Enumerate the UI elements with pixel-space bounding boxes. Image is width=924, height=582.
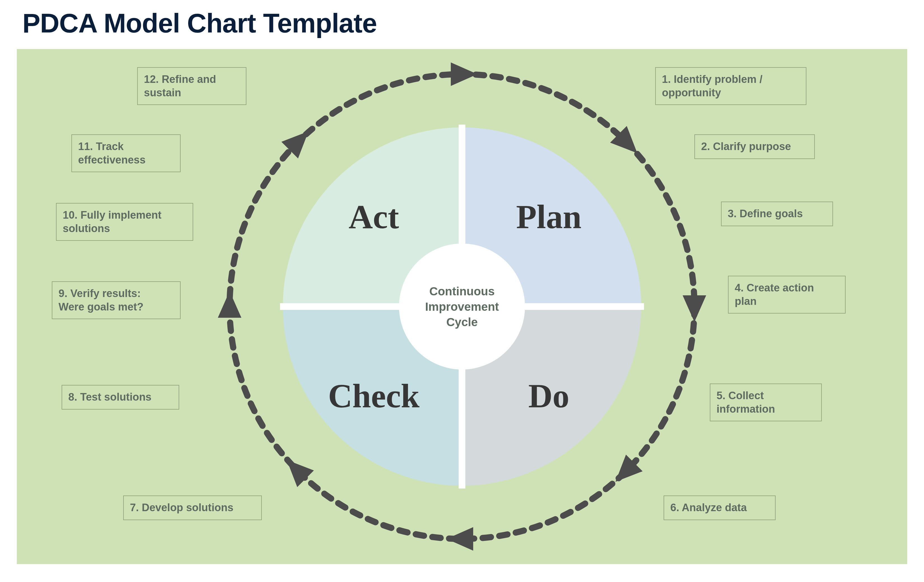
step-4: 4. Create action plan — [728, 276, 846, 313]
diagram-panel: Plan Do Check Act Continuous Improvement… — [17, 49, 907, 564]
hub-line-2: Improvement — [425, 300, 499, 313]
label-act: Act — [348, 198, 399, 236]
hub-line-3: Cycle — [446, 315, 478, 329]
svg-marker-2 — [683, 295, 706, 322]
step-12: 12. Refine and sustain — [137, 67, 246, 105]
step-10: 10. Fully implement solutions — [56, 203, 193, 241]
label-plan: Plan — [516, 198, 581, 236]
step-5: 5. Collect information — [710, 384, 822, 421]
step-11: 11. Track effectiveness — [71, 134, 181, 172]
label-do: Do — [528, 378, 569, 415]
arrowhead-icon — [683, 295, 706, 322]
step-7: 7. Develop solutions — [123, 496, 262, 520]
svg-marker-4 — [447, 527, 473, 551]
step-9: 9. Verify results: Were goals met? — [52, 281, 181, 319]
arrowhead-icon — [447, 527, 473, 551]
step-3: 3. Define goals — [721, 201, 833, 226]
svg-marker-0 — [451, 63, 477, 86]
page: PDCA Model Chart Template — [0, 0, 924, 582]
svg-marker-6 — [218, 291, 241, 318]
page-title: PDCA Model Chart Template — [22, 8, 377, 39]
step-6: 6. Analyze data — [663, 496, 776, 520]
hub-line-1: Continuous — [429, 285, 495, 298]
arrowhead-icon — [218, 291, 241, 318]
step-2: 2. Clarify purpose — [695, 134, 815, 159]
label-check: Check — [328, 378, 420, 415]
pdca-wheel: Plan Do Check Act Continuous Improvement… — [218, 63, 706, 551]
step-1: 1. Identify problem / opportunity — [655, 67, 807, 105]
diagram-stage: Plan Do Check Act Continuous Improvement… — [17, 49, 907, 564]
step-8: 8. Test solutions — [62, 385, 179, 410]
center-hub: Continuous Improvement Cycle — [399, 244, 525, 369]
arrowhead-icon — [451, 63, 477, 86]
